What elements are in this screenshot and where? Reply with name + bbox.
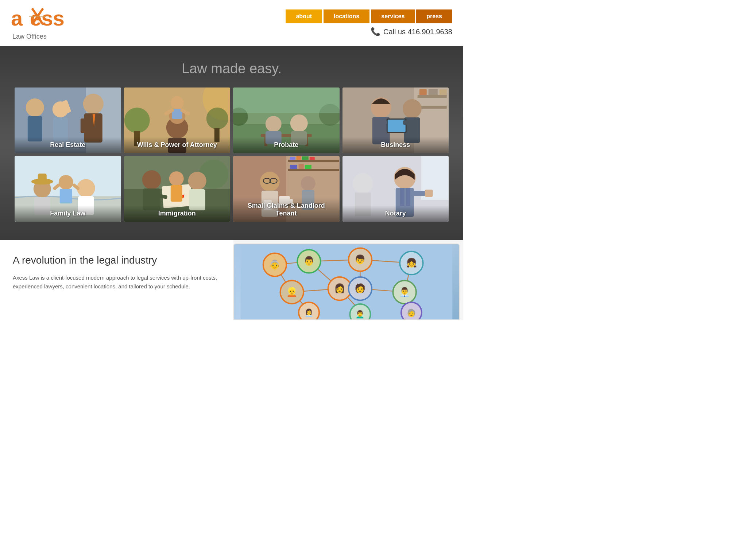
bottom-text: A revolution in the legal industry Axess… xyxy=(0,240,233,320)
nav-press[interactable]: press xyxy=(416,9,452,23)
phone-icon: 📞 xyxy=(371,27,380,36)
svg-rect-90 xyxy=(299,164,304,169)
svg-point-38 xyxy=(290,114,308,132)
svg-rect-53 xyxy=(387,120,405,132)
call-us: 📞 Call us 416.901.9638 xyxy=(371,27,452,36)
svg-point-63 xyxy=(77,179,95,197)
svg-rect-46 xyxy=(439,89,446,95)
svg-rect-45 xyxy=(428,89,437,95)
service-label-business: Business xyxy=(342,137,449,153)
service-label-wills: Wills & Power of Attorney xyxy=(124,137,231,153)
svg-rect-55 xyxy=(403,120,414,125)
svg-point-27 xyxy=(206,108,228,129)
svg-rect-88 xyxy=(288,169,339,171)
service-label-family-law: Family Law xyxy=(15,205,121,222)
svg-point-50 xyxy=(402,99,421,118)
svg-text:👱: 👱 xyxy=(286,287,298,298)
nav-locations[interactable]: locations xyxy=(324,9,369,23)
svg-point-76 xyxy=(188,172,206,190)
service-card-small-claims[interactable]: Small Claims & Landlord Tenant xyxy=(233,156,340,222)
bottom-description: Axess Law is a client-focused modern app… xyxy=(13,273,221,291)
service-card-business[interactable]: Business xyxy=(342,88,449,153)
svg-rect-79 xyxy=(170,185,182,202)
service-card-probate[interactable]: Probate xyxy=(233,88,340,153)
service-card-real-estate[interactable]: Real Estate xyxy=(15,88,121,153)
svg-point-102 xyxy=(301,176,316,191)
call-number: Call us 416.901.9638 xyxy=(383,28,452,36)
nav-buttons: about locations services press xyxy=(286,9,452,23)
svg-rect-44 xyxy=(419,89,426,95)
svg-text:👨: 👨 xyxy=(303,256,315,267)
svg-rect-91 xyxy=(305,165,311,169)
service-label-probate: Probate xyxy=(233,137,340,153)
service-card-family-law[interactable]: Family Law xyxy=(15,156,121,222)
svg-rect-47 xyxy=(417,106,446,109)
svg-point-7 xyxy=(26,98,44,117)
svg-rect-86 xyxy=(302,156,309,160)
service-label-small-claims: Small Claims & Landlord Tenant xyxy=(233,198,340,222)
service-card-notary[interactable]: Notary xyxy=(342,156,449,222)
svg-text:🧓: 🧓 xyxy=(407,308,416,318)
svg-text:👵: 👵 xyxy=(269,259,280,270)
svg-rect-87 xyxy=(310,157,315,160)
hero-tagline: Law made easy. xyxy=(11,61,452,77)
svg-rect-43 xyxy=(417,95,446,98)
svg-rect-62 xyxy=(38,174,47,183)
svg-text:ess: ess xyxy=(30,6,64,29)
svg-point-21 xyxy=(170,96,183,109)
svg-rect-66 xyxy=(60,189,72,203)
svg-rect-40 xyxy=(233,88,340,113)
services-grid: Real Estate xyxy=(11,88,452,222)
svg-point-12 xyxy=(83,94,104,114)
service-card-immigration[interactable]: 🍁 Immigration xyxy=(124,156,231,222)
svg-rect-15 xyxy=(81,118,86,133)
nav-about[interactable]: about xyxy=(286,9,322,23)
service-card-wills[interactable]: Wills & Power of Attorney xyxy=(124,88,231,153)
service-label-immigration: Immigration xyxy=(124,205,231,222)
logo-subtitle: Law Offices xyxy=(12,33,84,40)
svg-rect-83 xyxy=(288,160,339,162)
nav-services[interactable]: services xyxy=(371,9,415,23)
svg-point-78 xyxy=(169,171,183,186)
logo-area: a ess Law Offices xyxy=(11,5,84,40)
svg-text:🧑: 🧑 xyxy=(355,283,366,294)
svg-rect-113 xyxy=(413,191,426,196)
svg-text:👦: 👦 xyxy=(355,254,366,265)
svg-point-25 xyxy=(124,108,150,133)
service-label-real-estate: Real Estate xyxy=(15,137,121,153)
svg-text:👧: 👧 xyxy=(406,257,417,268)
logo: a ess xyxy=(11,5,84,32)
bottom-title: A revolution in the legal industry xyxy=(13,254,221,266)
svg-text:👨‍🦱: 👨‍🦱 xyxy=(355,310,365,319)
svg-rect-111 xyxy=(400,188,404,206)
network-svg: 👵 👨 👦 👧 👱 👩 🧑 👨‍💼 xyxy=(234,244,459,319)
svg-rect-85 xyxy=(297,156,301,160)
svg-text:👩: 👩 xyxy=(334,283,345,294)
svg-point-36 xyxy=(266,116,282,132)
svg-text:a: a xyxy=(11,6,23,29)
svg-point-107 xyxy=(352,173,373,194)
header-right: about locations services press 📞 Call us… xyxy=(286,9,452,36)
bottom-section: A revolution in the legal industry Axess… xyxy=(0,240,463,320)
svg-rect-54 xyxy=(376,120,387,125)
svg-rect-89 xyxy=(290,165,297,169)
header: a ess Law Offices about locations servic… xyxy=(0,0,463,46)
service-label-notary: Notary xyxy=(342,205,449,222)
svg-point-72 xyxy=(142,170,161,189)
svg-rect-114 xyxy=(425,190,433,197)
svg-text:👨‍💼: 👨‍💼 xyxy=(399,287,410,298)
hero-section: Law made easy. xyxy=(0,46,463,240)
svg-rect-84 xyxy=(290,157,295,160)
svg-rect-112 xyxy=(406,188,410,206)
svg-point-65 xyxy=(59,175,73,190)
bottom-visual: 👵 👨 👦 👧 👱 👩 🧑 👨‍💼 xyxy=(233,244,460,320)
svg-text:👩‍💼: 👩‍💼 xyxy=(304,308,314,318)
